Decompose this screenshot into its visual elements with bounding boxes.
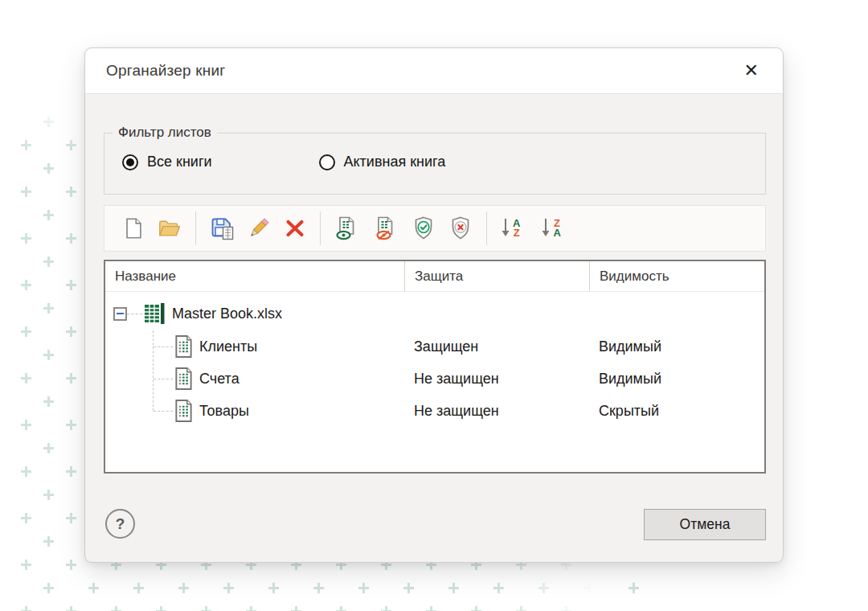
radio-active-book[interactable]: Активная книга [319,154,446,170]
question-mark-icon: ? [116,515,125,533]
new-document-icon [121,216,145,240]
sheet-protection: Не защищен [404,371,589,388]
show-sheet-button[interactable] [332,214,362,243]
sheet-name: Товары [199,403,249,420]
hide-sheet-icon [372,215,399,241]
sort-za-letters: Z A [553,219,560,238]
sort-az-button[interactable]: A Z [498,215,522,241]
open-folder-icon [157,216,182,240]
column-header-name[interactable]: Название [105,261,404,291]
sheet-filter-group: Фильтр листов Все книги Активная книга [104,125,766,195]
desktop-background: Органайзер книг ✕ Фильтр листов Все книг… [0,0,868,611]
sheet-visibility: Скрытый [589,403,764,420]
rename-sheet-button[interactable] [244,214,273,243]
column-header-protection[interactable]: Защита [404,261,589,291]
tree-connector-dash [154,411,173,412]
save-workbook-button[interactable] [207,214,236,243]
sheet-table: Название Защита Видимость Master Book.xl… [104,260,766,474]
radio-active-book-label: Активная книга [344,154,446,170]
table-row-sheet[interactable]: Счета Не защищен Видимый [105,363,764,395]
dialog-titlebar: Органайзер книг ✕ [85,48,783,94]
help-button[interactable]: ? [105,509,135,539]
sheet-icon [174,334,194,359]
down-arrow-icon [540,217,551,240]
close-icon[interactable]: ✕ [741,60,762,81]
toolbar-separator [320,211,321,245]
tree-connector-dash [127,314,142,314]
open-workbook-button[interactable] [155,215,184,242]
tree-connector-dash [154,379,173,379]
table-row-sheet[interactable]: Товары Не защищен Скрытый [105,395,764,427]
column-header-visibility[interactable]: Видимость [589,261,764,291]
sheet-icon [174,367,194,391]
sheet-protection: Не защищен [404,403,589,420]
sheet-protection: Защищен [404,338,589,355]
sort-az-letters: A Z [513,219,520,238]
show-sheet-icon [334,215,361,241]
down-arrow-icon [500,217,511,240]
hide-sheet-button[interactable] [371,214,401,243]
workbook-name: Master Book.xlsx [172,306,282,322]
sheet-name: Клиенты [199,338,257,355]
filter-legend: Фильтр листов [113,125,217,141]
unprotect-sheet-button[interactable] [446,214,475,243]
table-row-sheet[interactable]: Клиенты Защищен Видимый [105,330,764,363]
workbook-organizer-dialog: Органайзер книг ✕ Фильтр листов Все книг… [84,47,784,563]
shield-x-icon [448,215,473,241]
save-icon [209,215,235,241]
new-workbook-button[interactable] [120,215,147,242]
radio-unchecked-icon [319,154,335,170]
toolbar: A Z Z A [104,205,766,252]
pencil-icon [246,215,272,241]
delete-x-icon [283,216,307,240]
sheet-visibility: Видимый [589,338,764,355]
filter-options: Все книги Активная книга [104,141,765,170]
table-row-workbook[interactable]: Master Book.xlsx [105,297,764,330]
radio-all-books[interactable]: Все книги [122,154,212,170]
sheet-visibility: Видимый [589,371,764,388]
shield-check-icon [411,215,436,241]
protect-sheet-button[interactable] [409,214,438,243]
workbook-icon [142,301,166,326]
dialog-title: Органайзер книг [106,62,225,80]
table-header: Название Защита Видимость [105,261,764,292]
tree-connector-dash [154,347,173,347]
sort-za-button[interactable]: Z A [538,215,562,241]
collapse-toggle-icon[interactable] [113,307,127,321]
radio-checked-icon [122,154,138,170]
table-body: Master Book.xlsx Клиенты Защищен [105,292,764,427]
sheet-icon [174,399,194,423]
sheet-name: Счета [199,371,240,388]
delete-sheet-button[interactable] [281,215,309,242]
cancel-button[interactable]: Отмена [644,509,766,540]
toolbar-separator [195,211,196,245]
radio-all-books-label: Все книги [147,154,212,170]
toolbar-separator [486,211,487,245]
